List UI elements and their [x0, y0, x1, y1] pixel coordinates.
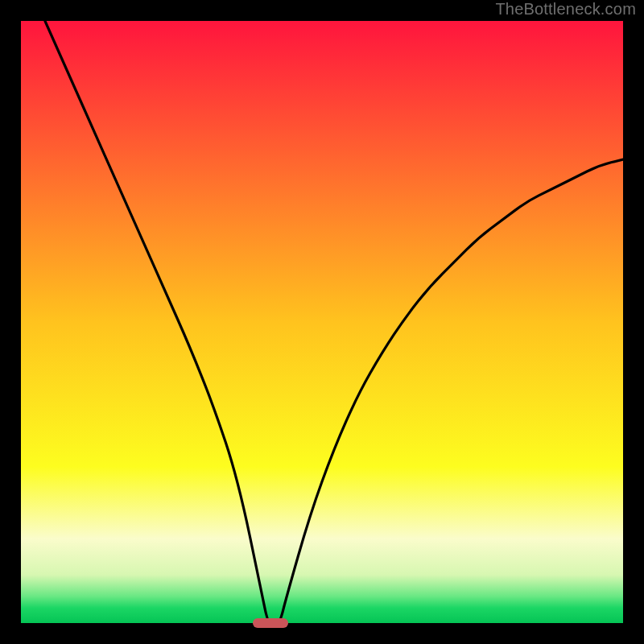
bottleneck-curve [21, 21, 623, 623]
plot-area [21, 21, 623, 623]
watermark-text: TheBottleneck.com [495, 0, 636, 19]
chart-stage: TheBottleneck.com [0, 0, 644, 644]
optimum-marker [253, 618, 288, 628]
